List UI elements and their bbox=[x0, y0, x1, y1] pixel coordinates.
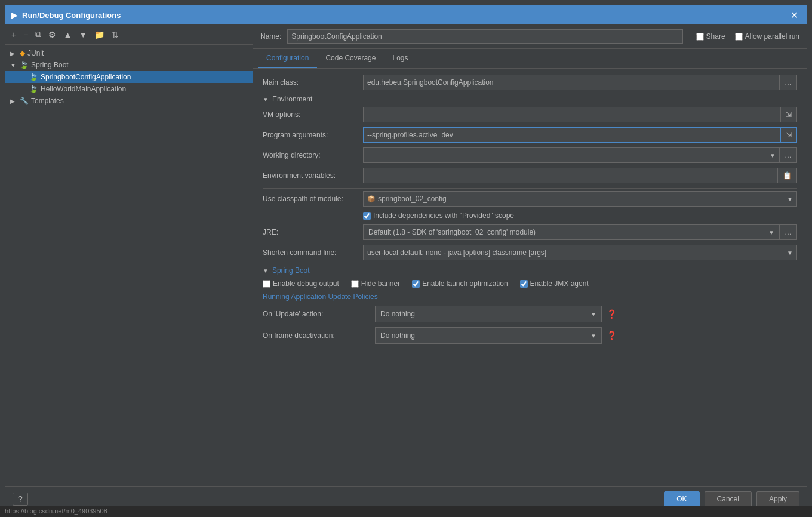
vm-options-row: VM options: ⇲ bbox=[263, 107, 797, 122]
main-class-field-group: … bbox=[363, 75, 797, 90]
remove-config-button[interactable]: − bbox=[21, 29, 30, 41]
environment-arrow[interactable]: ▼ bbox=[263, 96, 269, 103]
program-args-input[interactable] bbox=[363, 127, 781, 143]
divider1 bbox=[263, 188, 797, 189]
shorten-cmd-arrow: ▼ bbox=[787, 250, 793, 256]
enable-launch-label[interactable]: Enable launch optimization bbox=[412, 279, 508, 288]
program-args-row: Program arguments: ⇲ bbox=[263, 127, 797, 143]
parallel-checkbox-label[interactable]: Allow parallel run bbox=[735, 32, 799, 41]
share-checkbox-label[interactable]: Share bbox=[696, 32, 725, 41]
spring-boot-section-label: Spring Boot bbox=[272, 266, 310, 275]
help-button[interactable]: ? bbox=[13, 493, 28, 506]
share-checkbox[interactable] bbox=[696, 33, 704, 41]
jre-group: Default (1.8 - SDK of 'springboot_02_con… bbox=[363, 224, 797, 240]
update-action-help-icon[interactable]: ❓ bbox=[607, 309, 617, 319]
tab-configuration[interactable]: Configuration bbox=[258, 49, 317, 68]
header-checkboxes: Share Allow parallel run bbox=[696, 32, 799, 41]
frame-deactivation-dropdown[interactable]: Do nothing ▼ bbox=[375, 327, 602, 344]
left-toolbar: + − ⧉ ⚙ ▲ ▼ 📁 ⇅ bbox=[5, 24, 253, 45]
tab-logs[interactable]: Logs bbox=[384, 49, 416, 68]
policies-title: Running Application Update Policies bbox=[263, 293, 797, 301]
update-action-dropdown[interactable]: Do nothing ▼ bbox=[375, 306, 602, 322]
classpath-dropdown[interactable]: 📦 springboot_02_config ▼ bbox=[363, 191, 797, 207]
frame-deactivation-help-icon[interactable]: ❓ bbox=[607, 331, 617, 340]
move-down-button[interactable]: ▼ bbox=[76, 29, 90, 41]
tree-label-helloworld: HelloWorldMainApplication bbox=[41, 85, 126, 93]
tree-item-junit[interactable]: ▶ ◆ JUnit bbox=[5, 47, 253, 59]
env-vars-row: Environment variables: 📋 bbox=[263, 168, 797, 183]
update-action-label: On 'Update' action: bbox=[263, 310, 370, 318]
apply-button[interactable]: Apply bbox=[756, 491, 799, 507]
jre-dropdown[interactable]: Default (1.8 - SDK of 'springboot_02_con… bbox=[363, 224, 780, 240]
main-class-browse-button[interactable]: … bbox=[780, 75, 797, 90]
sort-button[interactable]: ⇅ bbox=[109, 29, 121, 41]
jre-label: JRE: bbox=[263, 228, 358, 236]
enable-launch-checkbox[interactable] bbox=[412, 280, 420, 288]
working-dir-input[interactable]: ▼ bbox=[363, 147, 780, 163]
tree-arrow-junit: ▶ bbox=[10, 50, 17, 57]
program-args-group: ⇲ bbox=[363, 127, 797, 143]
tree-label-junit: JUnit bbox=[27, 49, 44, 57]
jre-arrow: ▼ bbox=[768, 229, 774, 236]
jre-row: JRE: Default (1.8 - SDK of 'springboot_0… bbox=[263, 224, 797, 240]
spring-boot-section: ▼ Spring Boot Enable debug output Hide b… bbox=[263, 266, 797, 344]
vm-options-expand-button[interactable]: ⇲ bbox=[781, 107, 797, 122]
enable-debug-checkbox[interactable] bbox=[263, 280, 270, 288]
footer-help: ? bbox=[13, 493, 659, 506]
shorten-cmd-label: Shorten command line: bbox=[263, 248, 358, 257]
frame-deactivation-row: On frame deactivation: Do nothing ▼ ❓ bbox=[263, 327, 797, 344]
environment-label: Environment bbox=[272, 95, 312, 103]
env-vars-browse-button[interactable]: 📋 bbox=[778, 168, 797, 183]
folder-button[interactable]: 📁 bbox=[92, 29, 107, 41]
enable-debug-label[interactable]: Enable debug output bbox=[263, 279, 339, 288]
shorten-cmd-dropdown[interactable]: user-local default: none - java [options… bbox=[363, 245, 797, 260]
spring-boot-arrow[interactable]: ▼ bbox=[263, 267, 269, 274]
shorten-cmd-row: Shorten command line: user-local default… bbox=[263, 245, 797, 260]
shorten-cmd-group: user-local default: none - java [options… bbox=[363, 245, 797, 260]
tab-code-coverage[interactable]: Code Coverage bbox=[317, 49, 384, 68]
env-vars-input[interactable] bbox=[363, 168, 778, 183]
working-dir-arrow: ▼ bbox=[770, 152, 776, 159]
enable-jmx-label[interactable]: Enable JMX agent bbox=[520, 279, 589, 288]
classpath-module-icon: 📦 bbox=[367, 195, 376, 203]
tree-item-helloworld[interactable]: 🍃 HelloWorldMainApplication bbox=[5, 83, 253, 95]
jre-browse-button[interactable]: … bbox=[780, 224, 797, 240]
window-icon: ▶ bbox=[11, 11, 17, 20]
program-args-expand-button[interactable]: ⇲ bbox=[781, 127, 797, 143]
tree-label-templates: Templates bbox=[31, 97, 64, 105]
hide-banner-checkbox[interactable] bbox=[351, 280, 359, 288]
update-action-arrow: ▼ bbox=[590, 311, 596, 318]
working-dir-browse-button[interactable]: … bbox=[780, 147, 797, 163]
tree-area: ▶ ◆ JUnit ▼ 🍃 Spring Boot 🍃 SpringbootCo… bbox=[5, 45, 253, 486]
working-dir-label: Working directory: bbox=[263, 151, 358, 159]
copy-config-button[interactable]: ⧉ bbox=[33, 28, 44, 41]
tree-item-templates[interactable]: ▶ 🔧 Templates bbox=[5, 95, 253, 107]
vm-options-group: ⇲ bbox=[363, 107, 797, 122]
environment-section-header: ▼ Environment bbox=[263, 95, 797, 103]
working-dir-group: ▼ … bbox=[363, 147, 797, 163]
cancel-button[interactable]: Cancel bbox=[705, 491, 752, 507]
frame-deactivation-label: On frame deactivation: bbox=[263, 331, 370, 340]
include-deps-label[interactable]: Include dependencies with "Provided" sco… bbox=[363, 211, 514, 220]
tree-item-springboot-config[interactable]: 🍃 SpringbootConfigApplication bbox=[5, 71, 253, 83]
running-policies: Running Application Update Policies On '… bbox=[263, 293, 797, 344]
vm-options-input[interactable] bbox=[363, 107, 781, 122]
close-button[interactable]: ✕ bbox=[788, 10, 801, 21]
tree-arrow-templates: ▶ bbox=[10, 98, 17, 104]
settings-button[interactable]: ⚙ bbox=[46, 29, 59, 41]
enable-jmx-checkbox[interactable] bbox=[520, 280, 528, 288]
include-deps-checkbox[interactable] bbox=[363, 212, 371, 220]
add-config-button[interactable]: + bbox=[9, 29, 19, 41]
frame-deactivation-arrow: ▼ bbox=[590, 333, 596, 339]
tree-item-springboot[interactable]: ▼ 🍃 Spring Boot bbox=[5, 59, 253, 71]
update-action-row: On 'Update' action: Do nothing ▼ ❓ bbox=[263, 306, 797, 322]
ok-button[interactable]: OK bbox=[664, 491, 699, 507]
name-input[interactable] bbox=[287, 29, 682, 44]
hide-banner-label[interactable]: Hide banner bbox=[351, 279, 400, 288]
main-class-input[interactable] bbox=[363, 75, 780, 90]
classpath-group: 📦 springboot_02_config ▼ bbox=[363, 191, 797, 207]
tree-label-springboot-config: SpringbootConfigApplication bbox=[41, 73, 131, 81]
move-up-button[interactable]: ▲ bbox=[61, 29, 74, 41]
main-class-row: Main class: … bbox=[263, 75, 797, 90]
parallel-checkbox[interactable] bbox=[735, 33, 743, 41]
